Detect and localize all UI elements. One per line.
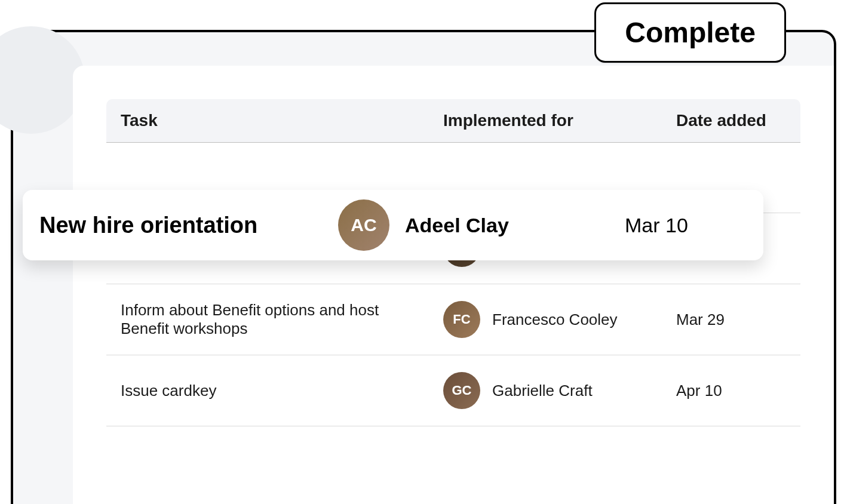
app-frame: Complete Task Implemented for Date added…	[11, 30, 836, 504]
complete-badge-label: Complete	[625, 17, 756, 48]
date-cell: Apr 10	[676, 382, 786, 400]
header-implemented-for: Implemented for	[443, 111, 676, 130]
table-row[interactable]: Issue cardkey GC Gabrielle Craft Apr 10	[106, 355, 800, 426]
table-header: Task Implemented for Date added	[106, 99, 800, 143]
highlighted-task: New hire orientation	[39, 213, 338, 238]
header-date-added: Date added	[676, 111, 786, 130]
task-cell: Issue cardkey	[121, 382, 443, 400]
complete-badge[interactable]: Complete	[594, 2, 786, 63]
avatar: AC	[338, 199, 389, 251]
highlighted-task-row[interactable]: New hire orientation AC Adeel Clay Mar 1…	[23, 190, 763, 260]
date-cell: Mar 29	[676, 311, 786, 329]
person-name: Francesco Cooley	[492, 311, 618, 329]
task-cell: Inform about Benefit options and host Be…	[121, 301, 443, 338]
person-cell: FC Francesco Cooley	[443, 301, 676, 338]
person-name: Gabrielle Craft	[492, 382, 593, 400]
highlighted-person-name: Adeel Clay	[405, 214, 509, 237]
decorative-circle	[0, 26, 85, 134]
table-row[interactable]: Inform about Benefit options and host Be…	[106, 284, 800, 355]
person-cell: GC Gabrielle Craft	[443, 372, 676, 409]
highlighted-date: Mar 10	[625, 214, 747, 237]
avatar: FC	[443, 301, 480, 338]
header-task: Task	[121, 111, 443, 130]
highlighted-person-cell: AC Adeel Clay	[338, 199, 625, 251]
task-table-card: Task Implemented for Date added Gather e…	[73, 66, 834, 504]
avatar: GC	[443, 372, 480, 409]
